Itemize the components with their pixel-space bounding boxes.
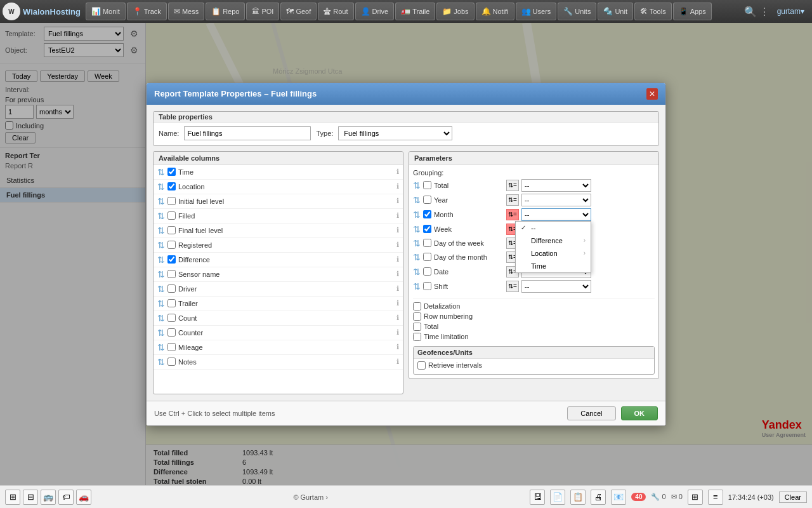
status-right-icon-1[interactable]: 🖫 bbox=[530, 490, 545, 505]
status-right-icon-5[interactable]: 📧 bbox=[611, 490, 626, 505]
group-select-month[interactable]: -- bbox=[521, 208, 591, 221]
col-checkbox-driver[interactable] bbox=[167, 284, 176, 293]
app-logo: W WialonHosting bbox=[3, 3, 81, 20]
group-checkbox-month[interactable] bbox=[423, 210, 431, 218]
status-right-icon-2[interactable]: 📄 bbox=[550, 490, 565, 505]
type-field-select[interactable]: Fuel fillings bbox=[338, 126, 452, 140]
nav-apps[interactable]: 📱Apps bbox=[673, 3, 712, 20]
status-icon-1[interactable]: ⊞ bbox=[5, 490, 20, 505]
group-checkbox-week[interactable] bbox=[423, 225, 431, 233]
drag-handle-counter[interactable]: ⇅ bbox=[157, 328, 165, 338]
group-select-year[interactable]: -- bbox=[521, 194, 591, 206]
drag-handle-initial-fuel[interactable]: ⇅ bbox=[157, 196, 165, 206]
check-total[interactable] bbox=[413, 323, 421, 331]
group-checkbox-total[interactable] bbox=[423, 181, 431, 189]
nav-notifi[interactable]: 🔔Notifi bbox=[476, 3, 514, 20]
col-checkbox-filled[interactable] bbox=[167, 211, 176, 220]
col-checkbox-final-fuel[interactable] bbox=[167, 226, 176, 234]
group-select-shift[interactable]: -- bbox=[521, 280, 591, 293]
user-menu[interactable]: gurtam▾ bbox=[772, 7, 809, 16]
col-checkbox-count[interactable] bbox=[167, 314, 176, 322]
drag-handle-sensor-name[interactable]: ⇅ bbox=[157, 269, 165, 279]
group-checkbox-year[interactable] bbox=[423, 196, 431, 204]
drag-handle-final-fuel[interactable]: ⇅ bbox=[157, 225, 165, 236]
drag-dayofmonth[interactable]: ⇅ bbox=[413, 252, 421, 262]
nav-extra-icon[interactable]: ⋮ bbox=[759, 6, 769, 18]
nav-jobs[interactable]: 📁Jobs bbox=[436, 3, 474, 20]
status-icon-2[interactable]: ⊟ bbox=[23, 490, 38, 505]
nav-rout[interactable]: 🛣Rout bbox=[318, 3, 353, 20]
col-checkbox-difference[interactable] bbox=[167, 255, 176, 264]
search-nav-icon[interactable]: 🔍 bbox=[744, 6, 757, 18]
dropdown-item-dashdash[interactable]: ✓ -- bbox=[516, 222, 591, 234]
nav-tools[interactable]: 🛠Tools bbox=[634, 3, 672, 20]
col-checkbox-counter[interactable] bbox=[167, 328, 176, 337]
nav-geof[interactable]: 🗺Geof bbox=[280, 3, 317, 20]
check-detalization[interactable] bbox=[413, 302, 421, 311]
col-item-filled: ⇅ Filled ℹ bbox=[154, 209, 403, 224]
col-checkbox-location[interactable] bbox=[167, 182, 176, 190]
group-checkbox-dayofmonth[interactable] bbox=[423, 253, 431, 261]
ok-button[interactable]: OK bbox=[621, 406, 658, 420]
status-right-icon-4[interactable]: 🖨 bbox=[591, 490, 606, 505]
drag-handle-registered[interactable]: ⇅ bbox=[157, 240, 165, 250]
group-sort-year[interactable]: ⇅= bbox=[506, 194, 519, 206]
group-checkbox-date[interactable] bbox=[423, 267, 431, 276]
drag-handle-driver[interactable]: ⇅ bbox=[157, 284, 165, 294]
check-row-numbering[interactable] bbox=[413, 312, 421, 321]
nav-units[interactable]: 🔧Units bbox=[558, 3, 596, 20]
nav-unit[interactable]: 🔩Unit bbox=[598, 3, 633, 20]
drag-total[interactable]: ⇅ bbox=[413, 180, 421, 190]
status-menu-icon[interactable]: ≡ bbox=[708, 490, 723, 505]
nav-users[interactable]: 👥Users bbox=[516, 3, 557, 20]
drag-handle-trailer[interactable]: ⇅ bbox=[157, 298, 165, 309]
bottom-clear-btn[interactable]: Clear bbox=[779, 491, 807, 503]
drag-handle-difference[interactable]: ⇅ bbox=[157, 255, 165, 265]
drag-handle-location[interactable]: ⇅ bbox=[157, 182, 165, 192]
group-checkbox-shift[interactable] bbox=[423, 282, 431, 290]
drag-handle-count[interactable]: ⇅ bbox=[157, 313, 165, 323]
col-checkbox-mileage[interactable] bbox=[167, 343, 176, 351]
status-right-icon-3[interactable]: 📋 bbox=[570, 490, 586, 505]
check-time-limitation[interactable] bbox=[413, 333, 421, 341]
drag-shift[interactable]: ⇅ bbox=[413, 281, 421, 291]
col-checkbox-trailer[interactable] bbox=[167, 299, 176, 307]
drag-date[interactable]: ⇅ bbox=[413, 267, 421, 277]
drag-week[interactable]: ⇅ bbox=[413, 224, 421, 234]
drag-month[interactable]: ⇅ bbox=[413, 210, 421, 220]
group-sort-total[interactable]: ⇅= bbox=[506, 180, 519, 191]
col-checkbox-time[interactable] bbox=[167, 168, 176, 176]
drag-handle-time[interactable]: ⇅ bbox=[157, 167, 165, 177]
col-checkbox-sensor-name[interactable] bbox=[167, 270, 176, 278]
group-sort-month[interactable]: ⇅= bbox=[506, 209, 519, 220]
status-icon-4[interactable]: 🏷 bbox=[58, 490, 74, 505]
nav-monit[interactable]: 📊Monit bbox=[86, 3, 126, 20]
drag-handle-filled[interactable]: ⇅ bbox=[157, 211, 165, 221]
nav-drive[interactable]: 👤Drive bbox=[355, 3, 395, 20]
group-select-total[interactable]: -- bbox=[521, 179, 591, 192]
nav-traile[interactable]: 🚛Traile bbox=[395, 3, 435, 20]
drag-dayofweek[interactable]: ⇅ bbox=[413, 238, 421, 248]
col-checkbox-initial-fuel[interactable] bbox=[167, 197, 176, 205]
check-retrieve-intervals[interactable] bbox=[417, 361, 426, 370]
nav-poi[interactable]: 🏛POI bbox=[246, 3, 279, 20]
dropdown-item-difference[interactable]: Difference › bbox=[516, 234, 591, 247]
group-sort-shift[interactable]: ⇅= bbox=[506, 281, 519, 292]
name-field-input[interactable] bbox=[184, 126, 311, 140]
drag-year[interactable]: ⇅ bbox=[413, 195, 421, 205]
nav-track[interactable]: 📍Track bbox=[127, 3, 167, 20]
dropdown-item-time[interactable]: Time bbox=[516, 260, 591, 272]
col-checkbox-notes[interactable] bbox=[167, 358, 176, 366]
modal-close-btn[interactable]: ✕ bbox=[646, 88, 658, 100]
col-checkbox-registered[interactable] bbox=[167, 241, 176, 249]
cancel-button[interactable]: Cancel bbox=[567, 406, 615, 420]
group-checkbox-dayofweek[interactable] bbox=[423, 239, 431, 247]
dropdown-item-location[interactable]: Location › bbox=[516, 247, 591, 260]
drag-handle-notes[interactable]: ⇅ bbox=[157, 357, 165, 367]
nav-repo[interactable]: 📋Repo bbox=[206, 3, 245, 20]
drag-handle-mileage[interactable]: ⇅ bbox=[157, 342, 165, 352]
status-extra-icon[interactable]: ⊞ bbox=[688, 490, 703, 505]
status-icon-5[interactable]: 🚗 bbox=[76, 490, 91, 505]
nav-mess[interactable]: ✉Mess bbox=[168, 3, 204, 20]
status-icon-3[interactable]: 🚌 bbox=[41, 490, 56, 505]
